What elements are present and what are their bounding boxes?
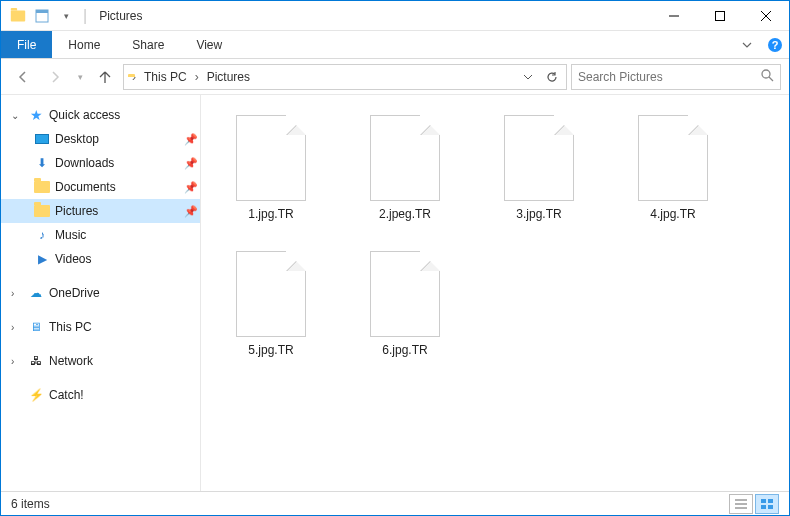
pin-icon: 📌 bbox=[184, 133, 200, 146]
content-area: ⌄ ★ Quick access Desktop 📌 ⬇ Downloads 📌… bbox=[1, 95, 789, 491]
sidebar-item-downloads[interactable]: ⬇ Downloads 📌 bbox=[1, 151, 200, 175]
sidebar-onedrive[interactable]: › ☁ OneDrive bbox=[1, 281, 200, 305]
sidebar-item-label: Pictures bbox=[55, 204, 180, 218]
file-icon bbox=[638, 115, 708, 201]
file-item[interactable]: 3.jpg.TR bbox=[479, 109, 599, 239]
details-view-button[interactable] bbox=[729, 494, 753, 514]
pin-icon: 📌 bbox=[184, 181, 200, 194]
qat-properties-icon[interactable] bbox=[31, 5, 53, 27]
tab-view[interactable]: View bbox=[180, 31, 238, 58]
sidebar-item-music[interactable]: ♪ Music bbox=[1, 223, 200, 247]
ribbon-expand-button[interactable] bbox=[733, 31, 761, 58]
chevron-right-icon[interactable]: › bbox=[195, 70, 199, 84]
search-box[interactable] bbox=[571, 64, 781, 90]
sidebar-item-pictures[interactable]: Pictures 📌 bbox=[1, 199, 200, 223]
navigation-row: ▾ › This PC › Pictures bbox=[1, 59, 789, 95]
file-label: 5.jpg.TR bbox=[248, 343, 293, 357]
pin-icon: 📌 bbox=[184, 205, 200, 218]
svg-line-9 bbox=[769, 77, 773, 81]
file-item[interactable]: 5.jpg.TR bbox=[211, 245, 331, 375]
address-dropdown-icon[interactable] bbox=[518, 67, 538, 87]
svg-rect-14 bbox=[768, 499, 773, 503]
sidebar-item-videos[interactable]: ▶ Videos bbox=[1, 247, 200, 271]
forward-button[interactable] bbox=[41, 63, 69, 91]
sidebar-item-desktop[interactable]: Desktop 📌 bbox=[1, 127, 200, 151]
recent-dropdown-icon[interactable]: ▾ bbox=[73, 63, 87, 91]
svg-text:?: ? bbox=[772, 39, 779, 51]
breadcrumb-pictures[interactable]: Pictures bbox=[203, 68, 254, 86]
file-icon bbox=[236, 251, 306, 337]
icons-view-button[interactable] bbox=[755, 494, 779, 514]
file-icon bbox=[236, 115, 306, 201]
chevron-right-icon[interactable]: › bbox=[132, 70, 136, 84]
file-label: 1.jpg.TR bbox=[248, 207, 293, 221]
svg-rect-13 bbox=[761, 499, 766, 503]
explorer-icon bbox=[7, 5, 29, 27]
sidebar-catch[interactable]: › ⚡ Catch! bbox=[1, 383, 200, 407]
up-button[interactable] bbox=[91, 63, 119, 91]
window-title: Pictures bbox=[91, 9, 142, 23]
svg-point-8 bbox=[762, 70, 770, 78]
close-button[interactable] bbox=[743, 1, 789, 31]
pin-icon: 📌 bbox=[184, 157, 200, 170]
ribbon: File Home Share View ? bbox=[1, 31, 789, 59]
minimize-button[interactable] bbox=[651, 1, 697, 31]
search-input[interactable] bbox=[578, 70, 760, 84]
search-icon[interactable] bbox=[760, 68, 774, 86]
file-item[interactable]: 1.jpg.TR bbox=[211, 109, 331, 239]
breadcrumb-this-pc[interactable]: This PC bbox=[140, 68, 191, 86]
videos-icon: ▶ bbox=[33, 250, 51, 268]
caret-down-icon[interactable]: ⌄ bbox=[11, 110, 23, 121]
downloads-icon: ⬇ bbox=[33, 154, 51, 172]
file-icon bbox=[504, 115, 574, 201]
sidebar-item-label: Downloads bbox=[55, 156, 180, 170]
file-label: 3.jpg.TR bbox=[516, 207, 561, 221]
caret-right-icon[interactable]: › bbox=[11, 322, 23, 333]
maximize-button[interactable] bbox=[697, 1, 743, 31]
svg-rect-1 bbox=[36, 10, 48, 13]
sidebar-item-label: Videos bbox=[55, 252, 200, 266]
sidebar-this-pc[interactable]: › 🖥 This PC bbox=[1, 315, 200, 339]
address-bar[interactable]: › This PC › Pictures bbox=[123, 64, 567, 90]
title-bar: ▾ | Pictures bbox=[1, 1, 789, 31]
sidebar-item-documents[interactable]: Documents 📌 bbox=[1, 175, 200, 199]
file-grid[interactable]: 1.jpg.TR 2.jpeg.TR 3.jpg.TR 4.jpg.TR 5.j… bbox=[201, 95, 789, 491]
sidebar-item-label: Music bbox=[55, 228, 200, 242]
network-icon: 🖧 bbox=[27, 352, 45, 370]
file-label: 6.jpg.TR bbox=[382, 343, 427, 357]
file-item[interactable]: 2.jpeg.TR bbox=[345, 109, 465, 239]
file-tab[interactable]: File bbox=[1, 31, 52, 58]
back-button[interactable] bbox=[9, 63, 37, 91]
caret-right-icon[interactable]: › bbox=[11, 356, 23, 367]
status-bar: 6 items bbox=[1, 491, 789, 515]
sidebar-item-label: Network bbox=[49, 354, 200, 368]
file-item[interactable]: 6.jpg.TR bbox=[345, 245, 465, 375]
sidebar-item-label: This PC bbox=[49, 320, 200, 334]
desktop-icon bbox=[33, 130, 51, 148]
music-icon: ♪ bbox=[33, 226, 51, 244]
pictures-icon bbox=[33, 202, 51, 220]
file-icon bbox=[370, 115, 440, 201]
file-label: 4.jpg.TR bbox=[650, 207, 695, 221]
help-button[interactable]: ? bbox=[761, 31, 789, 58]
caret-right-icon[interactable]: › bbox=[11, 288, 23, 299]
tab-share[interactable]: Share bbox=[116, 31, 180, 58]
svg-rect-16 bbox=[768, 505, 773, 509]
sidebar-network[interactable]: › 🖧 Network bbox=[1, 349, 200, 373]
svg-rect-15 bbox=[761, 505, 766, 509]
documents-icon bbox=[33, 178, 51, 196]
refresh-button[interactable] bbox=[542, 67, 562, 87]
navigation-pane: ⌄ ★ Quick access Desktop 📌 ⬇ Downloads 📌… bbox=[1, 95, 201, 491]
pc-icon: 🖥 bbox=[27, 318, 45, 336]
sidebar-item-label: Catch! bbox=[49, 388, 200, 402]
sidebar-item-label: Desktop bbox=[55, 132, 180, 146]
catch-icon: ⚡ bbox=[27, 386, 45, 404]
star-icon: ★ bbox=[27, 106, 45, 124]
cloud-icon: ☁ bbox=[27, 284, 45, 302]
tab-home[interactable]: Home bbox=[52, 31, 116, 58]
qat-dropdown-icon[interactable]: ▾ bbox=[55, 5, 77, 27]
sidebar-item-label: Quick access bbox=[49, 108, 200, 122]
svg-rect-3 bbox=[716, 11, 725, 20]
file-item[interactable]: 4.jpg.TR bbox=[613, 109, 733, 239]
sidebar-quick-access[interactable]: ⌄ ★ Quick access bbox=[1, 103, 200, 127]
